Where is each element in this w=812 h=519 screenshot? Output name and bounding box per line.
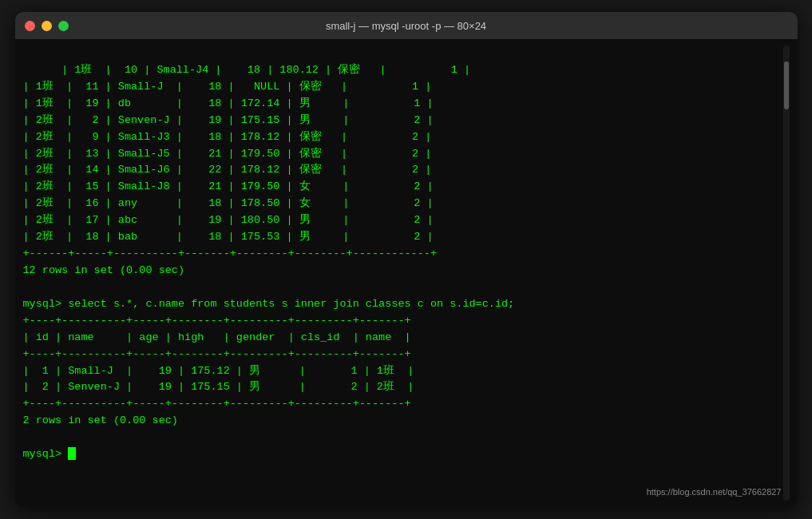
watermark: https://blog.csdn.net/qq_37662827 [647, 485, 782, 499]
terminal-line-2: | 1班 | 11 | Small-J | 18 | NULL | 保密 | 1… [23, 81, 432, 93]
cursor-block [68, 447, 76, 460]
terminal-rowcount-2: 2 rows in set (0.00 sec) [23, 414, 178, 426]
close-button[interactable] [25, 21, 35, 31]
terminal-line-9: | 2班 | 16 | any | 18 | 178.50 | 女 | 2 | [23, 197, 434, 209]
terminal-prompt: mysql> [23, 448, 77, 460]
scrollbar[interactable] [783, 46, 790, 501]
terminal-blank-2 [23, 431, 30, 443]
maximize-button[interactable] [58, 21, 69, 31]
terminal-separator-3: +----+----------+-----+--------+--------… [23, 348, 411, 360]
terminal-data-row-1: | 1 | Small-J | 19 | 175.12 | 男 | 1 | 1班… [23, 365, 414, 377]
terminal-line-11: | 2班 | 18 | bab | 18 | 175.53 | 男 | 2 | [23, 231, 434, 243]
terminal-line-5: | 2班 | 9 | Small-J3 | 18 | 178.12 | 保密 |… [23, 131, 432, 143]
terminal-line-10: | 2班 | 17 | abc | 19 | 180.50 | 男 | 2 | [23, 214, 434, 226]
terminal-rowcount-1: 12 rows in set (0.00 sec) [23, 264, 185, 276]
traffic-lights [25, 21, 69, 31]
terminal-blank-1 [23, 281, 30, 293]
terminal-separator-2: +----+----------+-----+--------+--------… [23, 315, 411, 327]
window-title: small-j — mysql -uroot -p — 80×24 [326, 20, 486, 32]
terminal-line-6: | 2班 | 13 | Small-J5 | 21 | 179.50 | 保密 … [23, 148, 432, 160]
terminal-data-row-2: | 2 | Senven-J | 19 | 175.15 | 男 | 2 | 2… [23, 381, 414, 393]
titlebar: small-j — mysql -uroot -p — 80×24 [15, 12, 798, 39]
minimize-button[interactable] [42, 21, 52, 31]
terminal-line-8: | 2班 | 15 | Small-J8 | 21 | 179.50 | 女 |… [23, 180, 434, 192]
terminal-separator-1: +------+-----+----------+-------+-------… [23, 248, 437, 260]
scrollbar-thumb[interactable] [784, 61, 789, 109]
terminal-line-7: | 2班 | 14 | Small-J6 | 22 | 178.12 | 保密 … [23, 164, 432, 176]
terminal-content: | 1班 | 10 | Small-J4 | 18 | 180.12 | 保密 … [23, 46, 780, 501]
terminal-query: mysql> select s.*, c.name from students … [23, 298, 515, 310]
terminal-line-3: | 1班 | 19 | db | 18 | 172.14 | 男 | 1 | [23, 97, 434, 109]
terminal-window: small-j — mysql -uroot -p — 80×24 | 1班 |… [15, 12, 798, 507]
terminal-header: | id | name | age | high | gender | cls_… [23, 331, 411, 343]
terminal-separator-4: +----+----------+-----+--------+--------… [23, 398, 411, 410]
terminal-body[interactable]: | 1班 | 10 | Small-J4 | 18 | 180.12 | 保密 … [15, 39, 798, 507]
terminal-line-1: | 1班 | 10 | Small-J4 | 18 | 180.12 | 保密 … [61, 64, 470, 76]
terminal-line-4: | 2班 | 2 | Senven-J | 19 | 175.15 | 男 | … [23, 114, 434, 126]
